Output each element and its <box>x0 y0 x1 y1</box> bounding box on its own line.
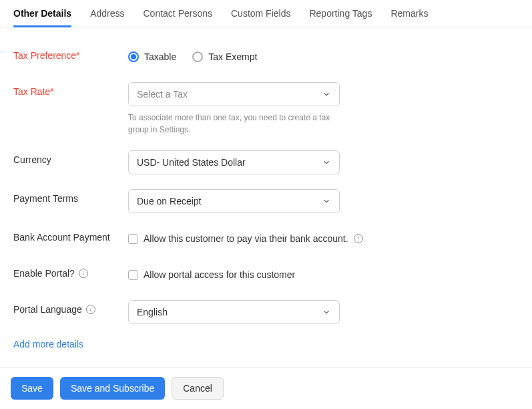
help-icon[interactable] <box>354 234 363 243</box>
payment-terms-value: Due on Receipt <box>137 196 202 207</box>
radio-icon <box>128 51 139 62</box>
tax-rate-hint: To associate more than one tax, you need… <box>128 112 340 136</box>
save-and-subscribe-button[interactable]: Save and Subscribe <box>60 377 165 400</box>
payment-terms-select[interactable]: Due on Receipt <box>128 189 340 213</box>
chevron-down-icon <box>322 158 331 167</box>
tax-exempt-radio[interactable]: Tax Exempt <box>192 51 257 62</box>
info-icon[interactable] <box>79 269 88 278</box>
bank-account-checkbox-label: Allow this customer to pay via their ban… <box>144 233 348 244</box>
currency-value: USD- United States Dollar <box>137 157 246 168</box>
tax-preference-label: Tax Preference* <box>13 46 128 61</box>
enable-portal-label-text: Enable Portal? <box>13 268 75 279</box>
tax-preference-radio-group: Taxable Tax Exempt <box>128 46 519 67</box>
tax-rate-select[interactable]: Select a Tax <box>128 82 340 106</box>
tax-exempt-radio-label: Tax Exempt <box>208 51 257 62</box>
chevron-down-icon <box>322 196 331 206</box>
portal-language-label-text: Portal Language <box>13 304 82 315</box>
save-button[interactable]: Save <box>11 377 53 400</box>
payment-terms-label: Payment Terms <box>13 189 128 204</box>
chevron-down-icon <box>322 90 331 99</box>
bank-account-label: Bank Account Payment <box>13 228 128 243</box>
cancel-button[interactable]: Cancel <box>172 377 224 400</box>
portal-language-label: Portal Language <box>13 300 128 315</box>
info-icon[interactable] <box>86 305 95 314</box>
enable-portal-checkbox[interactable]: Allow portal access for this customer <box>128 269 295 280</box>
taxable-radio[interactable]: Taxable <box>128 51 176 62</box>
currency-label: Currency <box>13 150 128 165</box>
tab-other-details[interactable]: Other Details <box>13 0 71 27</box>
form-area: Tax Preference* Taxable Tax Exempt Tax R… <box>0 27 532 350</box>
tab-custom-fields[interactable]: Custom Fields <box>231 0 290 27</box>
checkbox-icon <box>128 234 138 244</box>
portal-language-value: English <box>137 307 168 317</box>
chevron-down-icon <box>322 307 331 317</box>
footer-bar: Save Save and Subscribe Cancel <box>0 367 532 409</box>
tab-reporting-tags[interactable]: Reporting Tags <box>309 0 372 27</box>
enable-portal-checkbox-label: Allow portal access for this customer <box>144 269 295 280</box>
tabs-bar: Other Details Address Contact Persons Cu… <box>0 0 532 27</box>
currency-select[interactable]: USD- United States Dollar <box>128 150 340 174</box>
add-more-details-link[interactable]: Add more details <box>13 339 519 350</box>
tab-address[interactable]: Address <box>90 0 124 27</box>
bank-account-checkbox[interactable]: Allow this customer to pay via their ban… <box>128 233 348 244</box>
tax-rate-placeholder: Select a Tax <box>137 89 188 100</box>
enable-portal-label: Enable Portal? <box>13 264 128 279</box>
tab-contact-persons[interactable]: Contact Persons <box>144 0 213 27</box>
radio-icon <box>192 51 203 62</box>
tab-remarks[interactable]: Remarks <box>390 0 428 27</box>
portal-language-select[interactable]: English <box>128 300 340 324</box>
tax-rate-label: Tax Rate* <box>13 82 128 97</box>
checkbox-icon <box>128 270 138 280</box>
taxable-radio-label: Taxable <box>144 51 176 62</box>
